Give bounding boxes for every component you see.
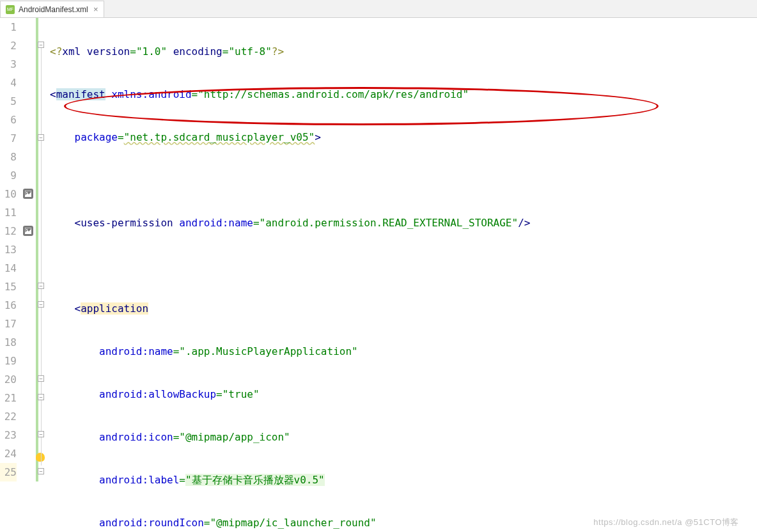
line-number: 23 (0, 426, 17, 444)
tab-bar: MF AndroidManifest.xml × (0, 0, 757, 18)
line-number: 10 (0, 185, 17, 203)
svg-point-1 (26, 192, 27, 193)
gutter-icons (22, 18, 36, 532)
code-line: package="net.tp.sdcard_musicplayer_v05"> (50, 128, 757, 146)
line-number: 18 (0, 333, 17, 352)
line-number: 7 (0, 129, 17, 148)
code-line (50, 171, 757, 189)
line-number: 2 (0, 36, 17, 55)
line-number: 25 (0, 463, 17, 481)
code-line: android:allowBackup="true" (50, 385, 757, 403)
fold-toggle[interactable]: − (38, 468, 44, 474)
line-number: 16 (0, 296, 17, 315)
line-number: 11 (0, 203, 17, 222)
line-number: 12 (0, 222, 17, 240)
line-number: 4 (0, 74, 17, 92)
gutter-line-numbers: 1 2 3 4 5 6 7 8 9 10 11 12 13 14 15 16 1… (0, 18, 22, 532)
line-number: 20 (0, 370, 17, 389)
code-line: <manifest xmlns:android="http://schemas.… (50, 85, 757, 104)
code-line (50, 256, 757, 275)
code-line: android:name=".app.MusicPlayerApplicatio… (50, 342, 757, 361)
svg-point-3 (26, 229, 27, 230)
line-number: 5 (0, 92, 17, 111)
code-line: <?xml version="1.0" encoding="utf-8"?> (50, 42, 757, 61)
code-line: android:icon="@mipmap/app_icon" (50, 428, 757, 446)
close-icon[interactable]: × (92, 6, 100, 13)
watermark-text: https://blog.csdn.net/a @51CTO博客 (593, 517, 739, 528)
fold-toggle[interactable]: − (38, 134, 44, 141)
line-number: 14 (0, 259, 17, 278)
line-number: 22 (0, 407, 17, 426)
tab-filename: AndroidManifest.xml (19, 5, 88, 14)
fold-guide (41, 43, 42, 465)
fold-toggle[interactable]: − (38, 394, 44, 400)
fold-toggle[interactable]: − (38, 375, 44, 382)
fold-toggle[interactable]: − (38, 431, 44, 437)
manifest-file-icon: MF (6, 5, 15, 14)
fold-toggle[interactable]: − (38, 42, 44, 48)
code-line: <uses-permission android:name="android.p… (50, 214, 757, 232)
line-number: 17 (0, 315, 17, 333)
line-number: 3 (0, 55, 17, 74)
line-number: 13 (0, 240, 17, 259)
image-resource-icon[interactable] (23, 189, 33, 199)
tab-androidmanifest[interactable]: MF AndroidManifest.xml × (0, 1, 104, 17)
fold-toggle[interactable]: − (38, 301, 44, 308)
code-area[interactable]: <?xml version="1.0" encoding="utf-8"?> <… (47, 18, 757, 532)
line-number: 24 (0, 444, 17, 463)
image-resource-icon[interactable] (23, 226, 33, 236)
gutter-folding: − − − − − − − − (36, 18, 47, 532)
line-number: 8 (0, 148, 17, 166)
line-number: 1 (0, 18, 17, 36)
code-line: <application (50, 299, 757, 318)
fold-toggle[interactable]: − (38, 283, 44, 289)
line-number: 19 (0, 352, 17, 370)
line-number: 9 (0, 166, 17, 185)
code-line: android:label="基于存储卡音乐播放器v0.5" (50, 471, 757, 489)
line-number: 6 (0, 111, 17, 129)
line-number: 15 (0, 278, 17, 296)
code-editor[interactable]: 1 2 3 4 5 6 7 8 9 10 11 12 13 14 15 16 1… (0, 18, 757, 532)
line-number: 21 (0, 389, 17, 407)
